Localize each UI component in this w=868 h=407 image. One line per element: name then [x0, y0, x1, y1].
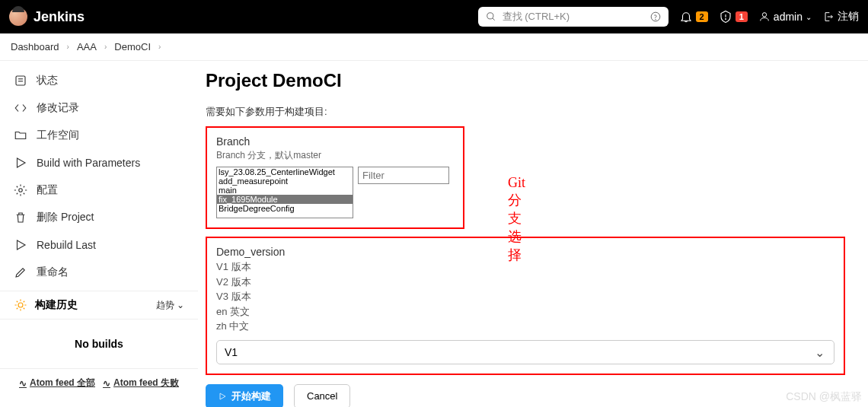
sun-icon	[14, 298, 27, 312]
svg-marker-14	[220, 393, 225, 399]
list-item: V3 版本	[216, 289, 834, 304]
svg-line-1	[492, 18, 494, 21]
version-selected: V1	[225, 346, 238, 358]
chevron-down-icon: ⌄	[177, 300, 184, 310]
svg-point-0	[487, 13, 493, 19]
header-icons: 2 1 admin ⌄ 注销	[679, 10, 859, 24]
shield-icon	[719, 10, 732, 24]
svg-point-13	[18, 303, 23, 307]
brand-text: Jenkins	[34, 9, 85, 25]
help-icon[interactable]	[650, 11, 661, 22]
build-history-header[interactable]: 构建历史 趋势 ⌄	[0, 291, 198, 320]
svg-point-11	[19, 189, 23, 192]
sidebar-item-label: 状态	[37, 74, 58, 87]
chevron-down-icon: ⌄	[806, 13, 812, 21]
rss-icon: ∿	[103, 378, 110, 389]
sidebar-item-label: 删除 Project	[37, 211, 94, 224]
build-button[interactable]: 开始构建	[206, 384, 283, 408]
demo-version-options: V1 版本 V2 版本 V3 版本 en 英文 zh 中文	[216, 259, 834, 334]
params-description: 需要如下参数用于构建项目:	[206, 105, 863, 119]
atom-feed-all[interactable]: ∿Atom feed 全部	[19, 377, 95, 390]
sidebar-item-status[interactable]: 状态	[0, 67, 198, 94]
branch-filter-input[interactable]	[358, 167, 449, 184]
bell-icon	[679, 10, 693, 24]
sidebar-item-label: 配置	[37, 183, 58, 197]
search-input[interactable]: 查找 (CTRL+K)	[478, 7, 669, 27]
branch-desc: Branch 分支，默认master	[216, 149, 454, 162]
svg-rect-7	[16, 76, 25, 85]
list-item: en 英文	[216, 304, 834, 320]
chevron-right-icon: ›	[104, 43, 107, 51]
trash-icon	[14, 211, 27, 224]
no-builds-message: No builds	[0, 320, 198, 369]
branch-option[interactable]: BridgeDegreeConfig	[217, 204, 353, 213]
sidebar-item-build-params[interactable]: Build with Parameters	[0, 149, 198, 176]
list-item: zh 中文	[216, 319, 834, 334]
demo-version-section: Demo_version V1 版本 V2 版本 V3 版本 en 英文 zh …	[206, 237, 845, 375]
version-select[interactable]: V1	[216, 340, 834, 364]
rss-icon: ∿	[19, 378, 27, 389]
cancel-button[interactable]: Cancel	[294, 384, 350, 408]
svg-marker-10	[18, 158, 26, 167]
logo-area[interactable]: Jenkins	[9, 8, 85, 26]
sidebar-item-configure[interactable]: 配置	[0, 176, 198, 204]
sidebar-item-label: Rebuild Last	[37, 239, 96, 251]
notifications-button[interactable]: 2	[679, 10, 708, 24]
branch-option[interactable]: add_measurepoint	[217, 176, 353, 186]
svg-marker-12	[18, 240, 26, 250]
page-title: Project DemoCI	[206, 70, 863, 91]
svg-point-3	[655, 19, 656, 20]
play-icon	[14, 156, 27, 170]
sidebar-item-changes[interactable]: 修改记录	[0, 94, 198, 122]
search-placeholder: 查找 (CTRL+K)	[503, 10, 644, 24]
branch-select[interactable]: lsy_23.08.25_CenterlineWidget add_measur…	[216, 167, 353, 218]
chevron-right-icon: ›	[158, 43, 161, 51]
logout-icon	[822, 11, 834, 23]
atom-feed-fail[interactable]: ∿Atom feed 失败	[103, 377, 179, 390]
breadcrumb-item[interactable]: Dashboard	[11, 41, 59, 52]
code-icon	[14, 101, 27, 115]
gear-icon	[14, 183, 27, 197]
sidebar-item-rebuild[interactable]: Rebuild Last	[0, 231, 198, 259]
list-item: V1 版本	[216, 259, 834, 275]
top-header: Jenkins 查找 (CTRL+K) 2 1 admin ⌄ 注销	[0, 0, 868, 33]
sidebar: 状态 修改记录 工作空间 Build with Parameters 配置 删除…	[0, 61, 198, 407]
sidebar-item-label: 重命名	[37, 266, 69, 279]
search-icon	[486, 11, 496, 22]
sidebar-item-label: 修改记录	[37, 101, 79, 115]
breadcrumb-item[interactable]: DemoCI	[114, 41, 151, 52]
folder-icon	[14, 129, 27, 142]
status-icon	[14, 74, 27, 87]
user-icon	[758, 11, 771, 23]
svg-point-6	[762, 13, 766, 17]
feed-links: ∿Atom feed 全部 ∿Atom feed 失败	[0, 369, 198, 397]
sidebar-item-rename[interactable]: 重命名	[0, 259, 198, 286]
main-content: Project DemoCI 需要如下参数用于构建项目: Branch Bran…	[198, 61, 868, 407]
list-item: V2 版本	[216, 275, 834, 290]
branch-label: Branch	[216, 135, 454, 148]
sidebar-item-label: 工作空间	[37, 129, 79, 142]
notif-badge: 2	[696, 11, 708, 22]
play-icon	[14, 238, 27, 252]
branch-option[interactable]: main	[217, 186, 353, 195]
action-buttons: 开始构建 Cancel	[206, 384, 863, 408]
sidebar-item-delete[interactable]: 删除 Project	[0, 204, 198, 231]
play-icon	[218, 392, 227, 401]
user-menu[interactable]: admin ⌄	[758, 11, 812, 23]
trend-link[interactable]: 趋势 ⌄	[156, 299, 184, 312]
chevron-right-icon: ›	[67, 43, 69, 51]
branch-param-section: Branch Branch 分支，默认master lsy_23.08.25_C…	[206, 126, 464, 229]
branch-option[interactable]: lsy_23.08.25_CenterlineWidget	[217, 167, 353, 176]
sidebar-item-label: Build with Parameters	[37, 157, 140, 169]
demo-version-label: Demo_version	[216, 246, 834, 258]
branch-option[interactable]: fix_1695Module	[217, 195, 353, 204]
breadcrumb-item[interactable]: AAA	[77, 41, 97, 52]
logout-button[interactable]: 注销	[822, 10, 859, 24]
warnings-button[interactable]: 1	[719, 10, 748, 24]
breadcrumb: Dashboard › AAA › DemoCI ›	[0, 33, 868, 61]
history-label: 构建历史	[35, 298, 78, 312]
svg-point-5	[725, 19, 726, 20]
warn-badge: 1	[736, 11, 748, 22]
jenkins-logo-icon	[9, 8, 27, 26]
sidebar-item-workspace[interactable]: 工作空间	[0, 122, 198, 149]
